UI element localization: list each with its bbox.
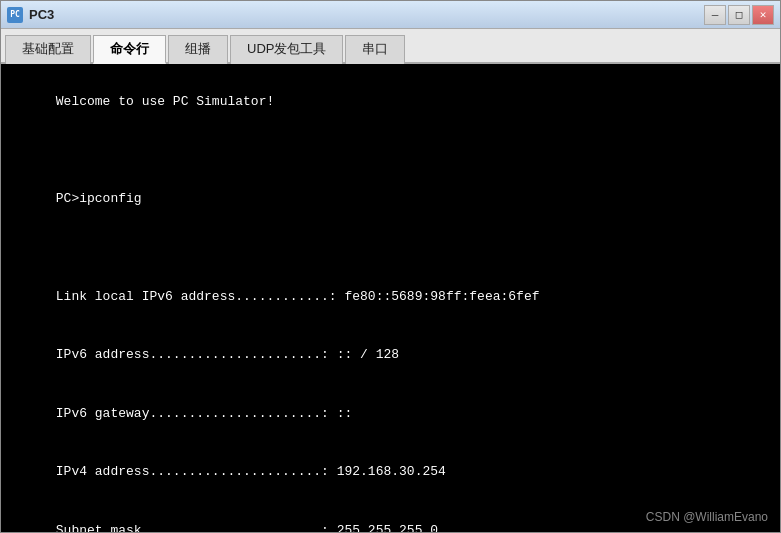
- window-title: PC3: [29, 7, 54, 22]
- main-window: PC PC3 — □ ✕ 基础配置 命令行 组播 UDP发包工具 串口 Welc…: [0, 0, 781, 533]
- tab-multicast[interactable]: 组播: [168, 35, 228, 64]
- tab-command-line[interactable]: 命令行: [93, 35, 166, 64]
- title-buttons: — □ ✕: [704, 5, 774, 25]
- terminal-container[interactable]: Welcome to use PC Simulator! PC>ipconfig…: [1, 64, 780, 532]
- tab-basic-config[interactable]: 基础配置: [5, 35, 91, 64]
- tab-udp-tool[interactable]: UDP发包工具: [230, 35, 343, 64]
- ipv6-gateway: IPv6 gateway......................: ::: [56, 406, 352, 421]
- ipv4-address: IPv4 address......................: 192.…: [56, 464, 446, 479]
- subnet-mask: Subnet mask.......................: 255.…: [56, 523, 438, 533]
- tab-serial[interactable]: 串口: [345, 35, 405, 64]
- close-button[interactable]: ✕: [752, 5, 774, 25]
- ipv6-link-local: Link local IPv6 address............: fe8…: [56, 289, 540, 304]
- welcome-line: Welcome to use PC Simulator!: [56, 94, 274, 109]
- minimize-button[interactable]: —: [704, 5, 726, 25]
- title-bar: PC PC3 — □ ✕: [1, 1, 780, 29]
- window-icon: PC: [7, 7, 23, 23]
- watermark: CSDN @WilliamEvano: [646, 510, 768, 524]
- prompt-line-1: PC>ipconfig: [56, 191, 142, 206]
- maximize-button[interactable]: □: [728, 5, 750, 25]
- ipv6-address: IPv6 address......................: :: /…: [56, 347, 399, 362]
- title-bar-left: PC PC3: [7, 7, 54, 23]
- tab-bar: 基础配置 命令行 组播 UDP发包工具 串口: [1, 29, 780, 64]
- terminal-output: Welcome to use PC Simulator! PC>ipconfig…: [9, 72, 772, 532]
